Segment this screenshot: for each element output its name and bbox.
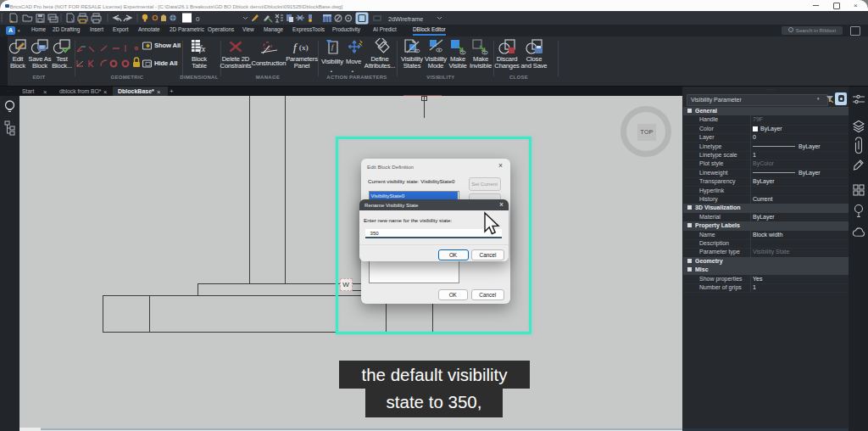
svg-text:f: f bbox=[331, 43, 335, 51]
svg-text:2dWireframe: 2dWireframe bbox=[388, 15, 423, 23]
svg-text:fx: fx bbox=[199, 44, 206, 53]
svg-text:0: 0 bbox=[196, 15, 200, 23]
svg-text:f: f bbox=[293, 41, 298, 53]
svg-text:(x): (x) bbox=[299, 43, 309, 52]
